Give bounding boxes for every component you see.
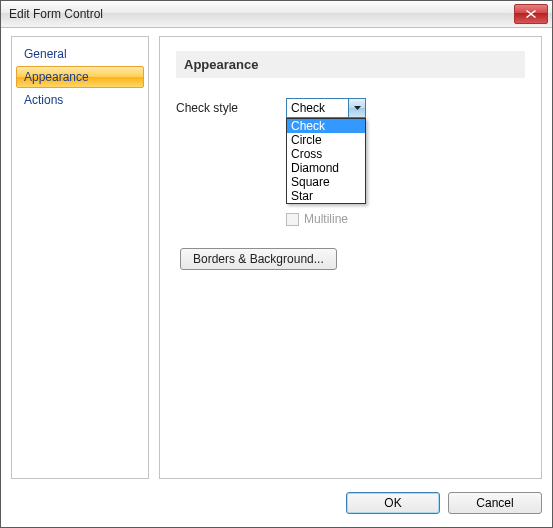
dropdown-option-check[interactable]: Check	[287, 119, 365, 133]
dropdown-option-square[interactable]: Square	[287, 175, 365, 189]
multiline-label: Multiline	[304, 212, 348, 226]
dropdown-option-diamond[interactable]: Diamond	[287, 161, 365, 175]
dropdown-option-circle[interactable]: Circle	[287, 133, 365, 147]
dialog-footer: OK Cancel	[1, 487, 552, 527]
multiline-checkbox	[286, 213, 299, 226]
dialog-body: General Appearance Actions Appearance Ch…	[1, 28, 552, 487]
multiline-row: Multiline	[286, 212, 525, 226]
section-heading: Appearance	[176, 51, 525, 78]
ok-button[interactable]: OK	[346, 492, 440, 514]
dropdown-option-cross[interactable]: Cross	[287, 147, 365, 161]
cancel-button[interactable]: Cancel	[448, 492, 542, 514]
nav-panel: General Appearance Actions	[11, 36, 149, 479]
dropdown-option-star[interactable]: Star	[287, 189, 365, 203]
check-style-value: Check	[287, 101, 348, 115]
check-style-combobox[interactable]: Check	[286, 98, 366, 118]
window-title: Edit Form Control	[9, 7, 103, 21]
close-button[interactable]	[514, 4, 548, 24]
check-style-dropdown: Check Circle Cross Diamond Square Star	[286, 118, 366, 204]
nav-item-actions[interactable]: Actions	[16, 89, 144, 111]
nav-item-general[interactable]: General	[16, 43, 144, 65]
borders-background-button[interactable]: Borders & Background...	[180, 248, 337, 270]
dialog-window: Edit Form Control General Appearance Act…	[0, 0, 553, 528]
chevron-down-icon	[348, 99, 365, 117]
check-style-label: Check style	[176, 101, 286, 115]
titlebar: Edit Form Control	[1, 1, 552, 28]
content-panel: Appearance Check style Check Check Circl…	[159, 36, 542, 479]
close-icon	[526, 10, 536, 18]
check-style-row: Check style Check Check Circle Cross Dia…	[176, 98, 525, 118]
nav-item-appearance[interactable]: Appearance	[16, 66, 144, 88]
